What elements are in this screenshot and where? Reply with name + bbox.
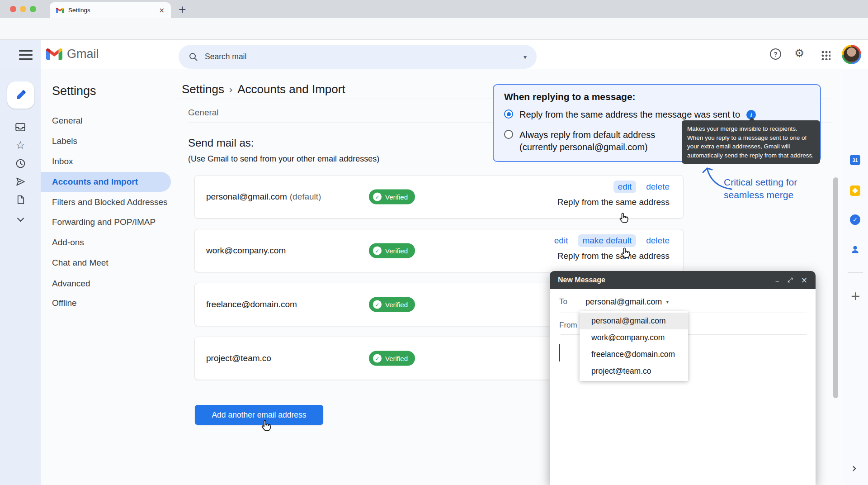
sidebar-item-general[interactable]: General (52, 116, 83, 126)
add-another-email-button[interactable]: Add another email address (195, 405, 323, 425)
to-label: To (559, 297, 585, 306)
close-icon[interactable]: × (801, 276, 807, 285)
make-default-link[interactable]: make default (578, 234, 636, 247)
sidebar-item-forwarding[interactable]: Forwarding and POP/IMAP (52, 217, 156, 227)
compose-window: New Message – × To personal@gmail.com ▾ … (550, 271, 816, 485)
delete-link[interactable]: delete (646, 236, 670, 246)
compose-title: New Message (558, 276, 605, 284)
more-labels-chevron-icon[interactable] (14, 214, 26, 225)
side-panel-rail: 31 ✓ + (842, 69, 868, 485)
search-options-caret-icon[interactable]: ▾ (524, 53, 527, 61)
edit-link[interactable]: edit (613, 181, 637, 193)
compose-button[interactable] (7, 81, 34, 109)
browser-tab[interactable]: Settings × (50, 2, 171, 18)
dropdown-option-personal[interactable]: personal@gmail.com (580, 313, 688, 329)
status-badge: ✓ Verified (369, 297, 415, 312)
main-menu-icon[interactable] (19, 50, 33, 62)
contacts-icon[interactable] (850, 244, 860, 255)
drafts-icon[interactable] (14, 194, 26, 205)
row-actions: edit make default delete Reply from the … (554, 236, 670, 261)
sidebar-item-accounts-and-import[interactable]: Accounts and Import (52, 177, 138, 187)
breadcrumb-separator-icon: › (224, 84, 237, 95)
annotation-line2: seamless merge (724, 189, 797, 201)
sent-icon[interactable] (14, 176, 26, 187)
google-apps-icon[interactable] (821, 50, 830, 60)
radio-unselected-icon[interactable] (504, 130, 513, 139)
section-title: Send mail as: (188, 137, 254, 149)
calendar-icon[interactable]: 31 (850, 155, 860, 165)
new-tab-button[interactable]: + (178, 4, 186, 15)
sidebar-item-chat-and-meet[interactable]: Chat and Meet (52, 258, 108, 268)
email-text: project@team.co (206, 353, 271, 363)
dropdown-option-freelance[interactable]: freelance@domain.com (580, 346, 688, 363)
sidebar-item-inbox[interactable]: Inbox (52, 157, 73, 166)
breadcrumb: Settings›Accounts and Import (182, 82, 345, 96)
check-icon: ✓ (373, 300, 382, 309)
delete-link[interactable]: delete (646, 182, 670, 192)
close-window-button[interactable] (10, 6, 16, 12)
keep-icon[interactable] (850, 185, 860, 196)
reply-default-line2: (currently personal@gmail.com) (519, 142, 648, 152)
help-icon[interactable]: ? (770, 48, 781, 60)
row-actions: edit delete Reply from the same address (557, 182, 670, 207)
sidebar-item-addons[interactable]: Add-ons (52, 238, 84, 247)
expand-icon[interactable] (787, 277, 793, 283)
to-row[interactable]: To personal@gmail.com ▾ (559, 293, 669, 311)
gmail-wordmark: Gmail (67, 47, 99, 61)
hand-cursor-icon (259, 419, 274, 433)
browser-toolbar: ← → https://mail.google.com/mail/u/0/#se… (0, 18, 868, 40)
hand-cursor-icon (619, 247, 633, 260)
badge-label: Verified (385, 355, 408, 362)
search-icon (189, 52, 198, 62)
sidebar-item-offline[interactable]: Offline (52, 298, 77, 308)
badge-label: Verified (385, 301, 408, 309)
dropdown-option-work[interactable]: work@company.com (580, 329, 688, 346)
help-glyph: ? (774, 51, 778, 58)
dropdown-option-project[interactable]: project@team.co (580, 363, 688, 380)
compose-header[interactable]: New Message – × (550, 271, 816, 289)
gmail-favicon (56, 7, 64, 13)
zoom-window-button[interactable] (30, 6, 36, 12)
breadcrumb-current: Accounts and Import (237, 82, 345, 96)
edit-link[interactable]: edit (554, 236, 568, 246)
reply-note: Reply from the same address (554, 251, 670, 261)
gmail-logo (46, 48, 62, 60)
sidebar-item-filters[interactable]: Filters and Blocked Addresses (52, 197, 168, 207)
check-icon: ✓ (373, 193, 382, 201)
badge-label: Verified (385, 193, 408, 201)
account-email: project@team.co (206, 353, 271, 363)
account-avatar[interactable] (842, 45, 861, 64)
section-subtitle: (Use Gmail to send from your other email… (188, 154, 379, 164)
tasks-icon[interactable]: ✓ (850, 214, 860, 225)
to-caret-icon: ▾ (666, 299, 669, 305)
to-value-dropdown[interactable]: personal@gmail.com ▾ (585, 297, 669, 307)
starred-icon[interactable]: ☆ (14, 139, 26, 151)
reply-same-option[interactable]: Reply from the same address the message … (504, 109, 756, 121)
hand-cursor-icon (618, 212, 631, 225)
reply-default-option[interactable]: Always reply from default address (curre… (504, 129, 655, 153)
search-bar[interactable]: Search mail ▾ (179, 45, 537, 69)
status-badge: ✓ Verified (369, 351, 415, 366)
close-tab-icon[interactable]: × (159, 6, 165, 14)
inbox-icon[interactable] (14, 121, 26, 133)
default-suffix: (default) (290, 192, 321, 201)
reply-same-label: Reply from the same address the message … (519, 109, 740, 121)
tab-general[interactable]: General (188, 108, 219, 118)
breadcrumb-root[interactable]: Settings (182, 82, 224, 96)
scrollbar-thumb[interactable] (833, 177, 838, 398)
sidebar-item-advanced[interactable]: Advanced (52, 279, 90, 289)
snoozed-icon[interactable] (14, 157, 26, 169)
minimize-icon[interactable]: – (775, 276, 779, 285)
radio-selected-icon[interactable] (504, 109, 513, 119)
reply-default-line1: Always reply from default address (519, 130, 655, 140)
avatar (844, 47, 859, 62)
tab-title: Settings (68, 7, 90, 14)
get-addons-plus-icon[interactable]: + (850, 289, 861, 303)
account-row-work: work@company.com ✓ Verified edit make de… (194, 229, 684, 272)
search-input[interactable]: Search mail (205, 52, 246, 62)
window-controls[interactable] (10, 6, 36, 12)
minimize-window-button[interactable] (20, 6, 26, 12)
collapse-panel-chevron-icon[interactable]: › (852, 461, 857, 475)
settings-gear-icon[interactable]: ⚙ (794, 47, 804, 60)
sidebar-item-labels[interactable]: Labels (52, 136, 77, 146)
